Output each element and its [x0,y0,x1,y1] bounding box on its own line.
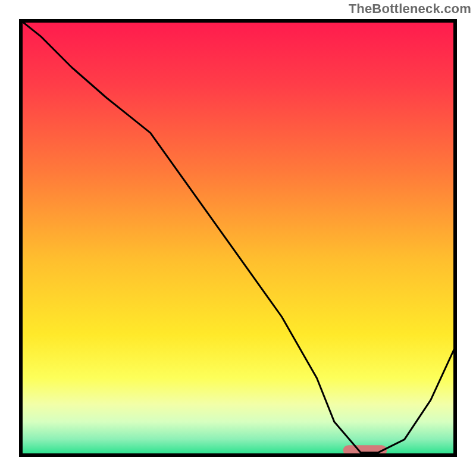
site-watermark: TheBottleneck.com [349,1,471,17]
chart-background [19,19,457,457]
chart-svg [0,0,476,476]
bottleneck-chart: TheBottleneck.com [0,0,476,476]
